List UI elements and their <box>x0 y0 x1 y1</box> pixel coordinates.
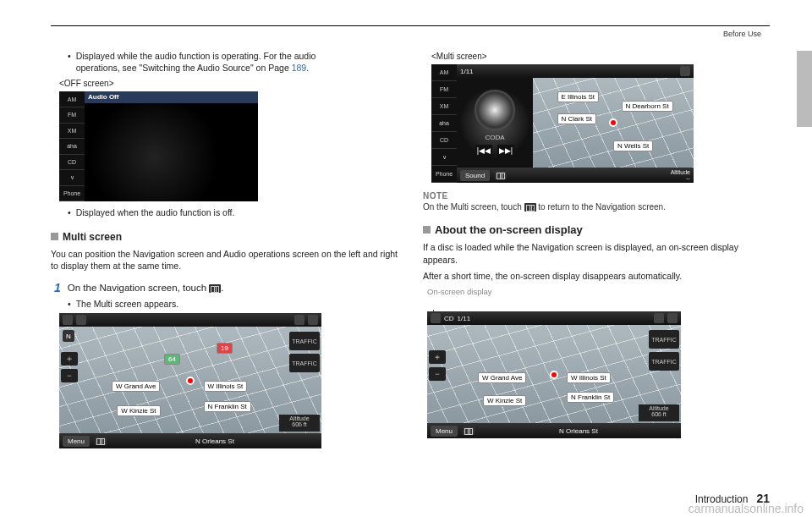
src-am[interactable]: AM <box>59 91 85 107</box>
section-head-multi: Multi screen <box>51 231 398 243</box>
vehicle-position-icon <box>186 377 195 385</box>
audio-off-title: Audio Off <box>85 91 258 103</box>
right-column: <Multi screen> AM FM XM aha CD ∨ Phone 1… <box>423 47 770 454</box>
altitude-value: 606 ft <box>279 421 320 427</box>
multi-body-text: You can position the Navigation screen a… <box>51 248 398 272</box>
vehicle-position-icon <box>609 118 617 127</box>
section-head-about: About the on-screen display <box>423 223 770 236</box>
figure-off-screen: AM FM XM aha CD ∨ Phone Audio Off <box>59 91 258 201</box>
header-section: Before Use <box>51 30 770 38</box>
section-square-icon <box>423 226 431 234</box>
current-street: N Orleans St <box>112 437 318 445</box>
step-number: 1 <box>54 281 61 294</box>
src-more[interactable]: ∨ <box>59 170 85 186</box>
traffic-widget[interactable]: TRAFFIC <box>289 332 320 350</box>
cd-icon <box>431 313 441 323</box>
multi-screen-label: <Multi screen> <box>431 52 770 61</box>
album-name: CODA <box>485 134 504 141</box>
multi-map-panel[interactable]: E Illinois St N Dearborn St N Clark St N… <box>533 78 694 168</box>
figure-osd: CD 1/11 3'19" ＋ － TRAFFIC TRAFFIC W Gran… <box>427 311 681 438</box>
src-cd[interactable]: CD <box>431 132 457 149</box>
note-body-a: On the Multi screen, touch <box>423 202 524 212</box>
step-text-b: . <box>221 283 223 293</box>
street-callout: W Grand Ave <box>478 372 526 383</box>
figure-multi-screen: AM FM XM aha CD ∨ Phone 1/11 3'19" CODA … <box>431 64 694 183</box>
src-phone[interactable]: Phone <box>59 186 85 202</box>
multi-screen-icon[interactable] <box>463 426 475 435</box>
altitude-box: Altitude 606 ft <box>279 415 320 432</box>
period: . <box>306 63 309 73</box>
page-reference-link[interactable]: 189 <box>292 63 307 73</box>
left-column: Displayed while the audio function is op… <box>51 47 398 454</box>
header-rule <box>51 25 770 26</box>
altitude-value: 606 ft <box>639 411 679 417</box>
osd-bottombar: Menu N Orleans St <box>427 423 681 438</box>
street-callout: N Clark St <box>557 113 596 124</box>
note-body-b: to return to the Navigation screen. <box>536 202 666 212</box>
sound-button[interactable]: Sound <box>460 170 490 181</box>
traffic-widget[interactable]: TRAFFIC <box>649 352 679 371</box>
bullet-dot-icon <box>68 50 71 74</box>
off-screen-label: <OFF screen> <box>59 79 398 88</box>
multi-screen-icon[interactable] <box>95 437 107 445</box>
route-badge: 64 <box>164 354 180 365</box>
src-phone[interactable]: Phone <box>431 166 457 183</box>
status-icon <box>294 315 304 325</box>
content-columns: Displayed while the audio function is op… <box>51 47 770 454</box>
altitude-box: Altitude 606 ft <box>639 404 679 421</box>
zoom-in-button[interactable]: ＋ <box>61 352 78 366</box>
bullet-text: The Multi screen appears. <box>76 298 178 310</box>
prev-track-button[interactable]: |◀◀ <box>475 145 492 157</box>
section-title-multi: Multi screen <box>63 231 122 243</box>
zoom-out-button[interactable]: － <box>429 367 446 381</box>
about-p1: If a disc is loaded while the Navigation… <box>423 241 770 266</box>
osd-caption: On-screen display <box>427 287 770 296</box>
bullet-audio-off: Displayed when the audio function is off… <box>68 206 398 218</box>
exit-badge: 19 <box>217 343 233 354</box>
multi-topbar: 1/11 <box>457 64 694 78</box>
src-am[interactable]: AM <box>431 64 457 81</box>
bullet-line1: Displayed while the audio function is op… <box>76 51 316 61</box>
section-square-icon <box>51 233 58 240</box>
zoom-out-button[interactable]: － <box>61 369 78 382</box>
src-more[interactable]: ∨ <box>431 149 457 166</box>
street-callout: W Illinois St <box>567 372 611 383</box>
status-icon <box>63 315 73 325</box>
street-callout: N Franklin St <box>567 392 614 403</box>
step1-sub-bullet: The Multi screen appears. <box>68 298 398 310</box>
multi-screen-icon <box>209 284 221 293</box>
nav-bottombar: Menu N Orleans St <box>59 433 321 448</box>
track-index: 1/11 <box>458 315 471 322</box>
audio-source-sidebar: AM FM XM aha CD ∨ Phone <box>431 64 457 183</box>
step-1: 1 On the Navigation screen, touch . <box>54 281 398 294</box>
bullet-text: Displayed while the audio function is op… <box>76 50 316 74</box>
street-callout: N Dearborn St <box>622 101 673 112</box>
note-body: On the Multi screen, touch to return to … <box>423 202 770 212</box>
src-aha[interactable]: aha <box>59 139 85 155</box>
street-callout: W Illinois St <box>204 381 248 392</box>
src-aha[interactable]: aha <box>431 115 457 132</box>
altitude-box: Altitude -- <box>671 169 690 181</box>
next-track-button[interactable]: ▶▶| <box>497 145 514 157</box>
step-text: On the Navigation screen, touch . <box>68 281 224 293</box>
src-xm[interactable]: XM <box>431 98 457 115</box>
menu-button[interactable]: Menu <box>63 436 90 447</box>
menu-button[interactable]: Menu <box>431 426 458 437</box>
zoom-in-button[interactable]: ＋ <box>429 350 446 364</box>
page-footer: Introduction 21 <box>42 492 770 505</box>
src-fm[interactable]: FM <box>59 107 85 124</box>
single-screen-icon[interactable] <box>495 171 507 179</box>
multi-audio-panel: CODA |◀◀ ▶▶| <box>457 78 533 168</box>
altitude-value: -- <box>686 175 690 181</box>
status-icon <box>667 313 678 323</box>
status-icon <box>654 313 664 323</box>
compass-icon[interactable]: N <box>63 330 74 342</box>
src-xm[interactable]: XM <box>59 124 85 140</box>
street-callout: E Illinois St <box>557 91 600 102</box>
src-fm[interactable]: FM <box>431 81 457 98</box>
src-cd[interactable]: CD <box>59 155 85 171</box>
altitude-label: Altitude <box>671 169 690 175</box>
cd-disc-icon <box>475 90 515 130</box>
traffic-widget[interactable]: TRAFFIC <box>649 330 679 349</box>
traffic-widget[interactable]: TRAFFIC <box>289 354 320 372</box>
